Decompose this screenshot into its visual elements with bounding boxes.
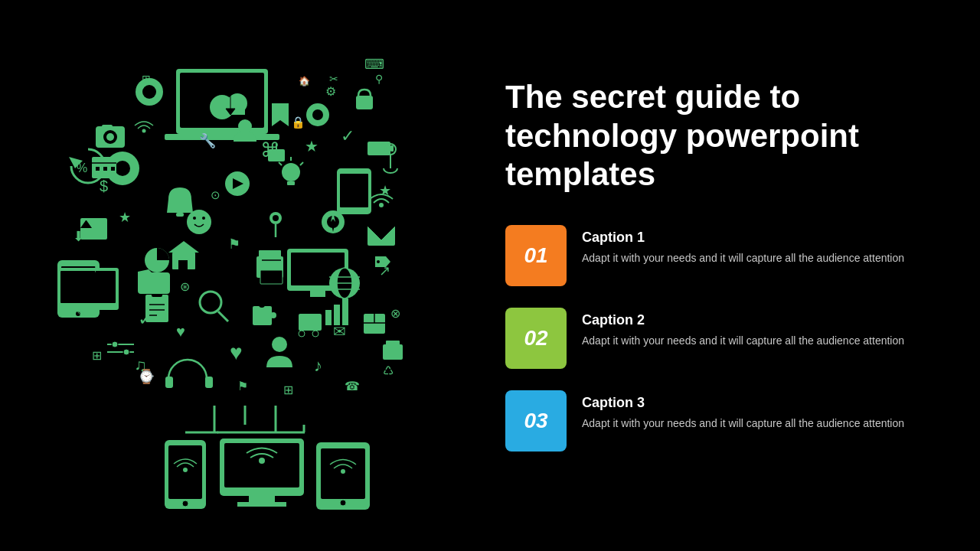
svg-text:↗: ↗ <box>379 263 390 279</box>
svg-marker-67 <box>168 241 199 253</box>
svg-rect-109 <box>260 270 283 284</box>
svg-marker-44 <box>272 103 289 126</box>
svg-rect-108 <box>259 250 281 258</box>
svg-line-66 <box>218 311 228 321</box>
svg-point-80 <box>273 215 279 221</box>
svg-text:✓: ✓ <box>138 308 153 329</box>
caption-desc-1: Adapt it with your needs and it will cap… <box>582 250 904 266</box>
svg-text:$: $ <box>100 178 108 194</box>
svg-rect-123 <box>386 341 400 346</box>
caption-text-1: Caption 1Adapt it with your needs and it… <box>582 225 904 266</box>
svg-text:🏠: 🏠 <box>299 75 310 86</box>
svg-point-15 <box>299 331 305 337</box>
svg-text:⚲: ⚲ <box>375 73 383 85</box>
caption-number-1: 01 <box>505 225 567 286</box>
svg-rect-91 <box>176 213 184 217</box>
caption-item-2: 02Caption 2Adapt it with your needs and … <box>505 308 934 369</box>
svg-text:⚑: ⚑ <box>237 380 248 393</box>
svg-text:☎: ☎ <box>345 380 360 393</box>
svg-point-125 <box>142 129 146 133</box>
caption-number-2: 02 <box>505 308 567 369</box>
caption-title-1: Caption 1 <box>582 230 904 246</box>
tech-cloud-illustration: .ico { fill: #4dbd74; } .ico-stroke { fi… <box>15 15 459 536</box>
svg-rect-51 <box>325 310 332 325</box>
svg-rect-83 <box>96 167 100 171</box>
caption-item-1: 01Caption 1Adapt it with your needs and … <box>505 225 934 286</box>
left-panel: .ico { fill: #4dbd74; } .ico-stroke { fi… <box>0 0 475 551</box>
caption-title-2: Caption 2 <box>582 312 904 328</box>
svg-rect-11 <box>60 271 116 303</box>
svg-text:✓: ✓ <box>341 126 354 145</box>
svg-rect-19 <box>310 291 325 297</box>
svg-point-71 <box>282 163 300 181</box>
svg-rect-40 <box>390 145 394 152</box>
svg-text:⚙: ⚙ <box>325 85 336 98</box>
caption-text-3: Caption 3Adapt it with your needs and it… <box>582 390 904 432</box>
svg-line-75 <box>300 162 303 165</box>
svg-point-104 <box>123 349 129 355</box>
svg-rect-14 <box>299 314 322 331</box>
svg-point-4 <box>142 85 156 99</box>
svg-rect-84 <box>103 167 107 171</box>
svg-text:♪: ♪ <box>314 356 322 375</box>
svg-text:⊞: ⊞ <box>142 73 151 85</box>
svg-point-102 <box>112 341 118 347</box>
svg-point-13 <box>115 161 130 176</box>
svg-text:↑: ↑ <box>92 259 99 275</box>
svg-text:⊞: ⊞ <box>92 349 102 362</box>
caption-number-3: 03 <box>505 390 567 452</box>
svg-rect-70 <box>80 218 107 240</box>
svg-point-89 <box>193 217 196 220</box>
caption-text-2: Caption 2Adapt it with your needs and it… <box>582 308 904 349</box>
svg-rect-69 <box>178 260 188 269</box>
svg-point-65 <box>200 292 221 313</box>
caption-title-3: Caption 3 <box>582 395 904 411</box>
svg-text:✉: ✉ <box>333 323 346 340</box>
caption-desc-3: Adapt it with your needs and it will cap… <box>582 416 904 432</box>
svg-rect-21 <box>340 174 368 207</box>
main-title: The secret guide to technology powerpoin… <box>505 78 934 194</box>
svg-text:⌚: ⌚ <box>138 368 155 385</box>
right-panel: The secret guide to technology powerpoin… <box>475 0 980 551</box>
svg-point-88 <box>187 210 211 234</box>
svg-point-135 <box>183 468 188 472</box>
svg-text:✎: ✎ <box>77 307 87 320</box>
svg-text:⊗: ⊗ <box>390 307 400 320</box>
svg-text:✂: ✂ <box>329 73 338 85</box>
svg-point-6 <box>312 109 323 120</box>
svg-text:⌨: ⌨ <box>364 57 384 72</box>
svg-point-134 <box>182 500 188 507</box>
svg-text:★: ★ <box>119 210 131 225</box>
svg-rect-106 <box>205 377 213 388</box>
svg-point-144 <box>341 469 345 474</box>
svg-point-48 <box>272 337 287 352</box>
caption-desc-2: Adapt it with your needs and it will cap… <box>582 333 904 349</box>
svg-text:🔧: 🔧 <box>199 132 217 149</box>
svg-rect-32 <box>102 125 113 129</box>
caption-item-3: 03Caption 3Adapt it with your needs and … <box>505 390 934 452</box>
svg-rect-120 <box>268 149 285 161</box>
svg-text:⚑: ⚑ <box>228 236 240 252</box>
svg-point-140 <box>259 458 265 464</box>
svg-text:♺: ♺ <box>383 364 394 377</box>
svg-point-55 <box>259 302 265 308</box>
svg-point-124 <box>379 203 384 207</box>
svg-rect-139 <box>237 502 286 507</box>
svg-rect-122 <box>383 344 403 360</box>
svg-line-74 <box>279 162 282 165</box>
svg-rect-72 <box>287 181 295 185</box>
svg-text:⊛: ⊛ <box>180 280 190 293</box>
svg-text:⊞: ⊞ <box>283 383 293 396</box>
svg-rect-137 <box>224 443 299 487</box>
svg-rect-35 <box>356 96 373 109</box>
svg-text:🔒: 🔒 <box>291 116 305 129</box>
svg-point-49 <box>238 119 252 133</box>
svg-point-90 <box>202 217 205 220</box>
svg-point-31 <box>106 133 114 141</box>
svg-rect-52 <box>334 305 340 325</box>
svg-rect-53 <box>342 298 348 325</box>
svg-text:♥: ♥ <box>176 323 185 340</box>
svg-text:%: % <box>77 161 87 174</box>
svg-text:⬇: ⬇ <box>73 229 84 244</box>
svg-text:★: ★ <box>305 138 318 155</box>
